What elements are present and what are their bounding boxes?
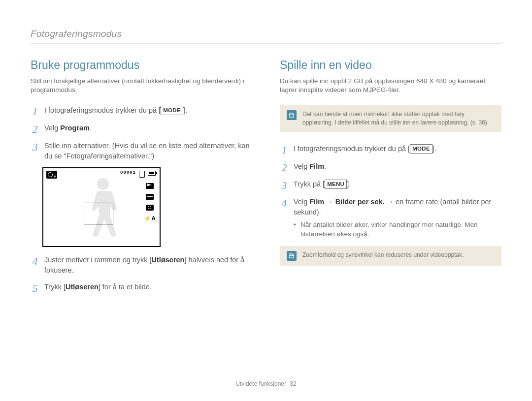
note-text: Zoomforhold og synsvinkel kan reduseres … (302, 251, 464, 259)
mode-icon (46, 171, 57, 179)
step-3: 3 Trykk på [MENU]. (280, 179, 501, 191)
camera-preview-illustration: 00001 ⚡A (42, 167, 161, 247)
footer-label: Utvidete funksjoner (235, 380, 286, 387)
step-4: 4 Juster motivet i rammen og trykk [Utlø… (31, 255, 252, 276)
step-body: Velg Film. (294, 161, 326, 172)
mode-badge: MODE (161, 106, 183, 115)
left-column: Bruke programmodus Still inn forskjellig… (31, 59, 252, 300)
section-header: Fotograferingsmodus (31, 29, 501, 44)
left-steps: 1 I fotograferingsmodus trykker du på [M… (31, 105, 252, 161)
resolution-icon (146, 183, 154, 189)
note-text: Det kan hende at noen minnekort ikke stø… (302, 110, 495, 127)
note-box: Zoomforhold og synsvinkel kan reduseres … (280, 246, 501, 266)
step-4: 4 Velg Film → Bilder per sek. → en frame… (280, 197, 501, 239)
step-body: Trykk [Utløseren] for å ta et bilde. (44, 282, 152, 292)
right-intro: Du kan spille inn opptil 2 GB på oppløsn… (280, 77, 501, 94)
step-number: 2 (280, 161, 289, 173)
step-number: 1 (31, 105, 39, 117)
left-intro: Still inn forskjellige alternativer (unn… (31, 77, 252, 94)
step-body: I fotograferingsmodus trykker du på [MOD… (44, 105, 187, 116)
step-2: 2 Velg Program. (31, 123, 252, 135)
step-number: 4 (31, 255, 39, 267)
note-icon (287, 110, 297, 120)
note-box: Det kan hende at noen minnekort ikke stø… (280, 105, 501, 132)
preview-side-icons: ⚡A (144, 183, 156, 221)
page-footer: Utvidete funksjoner 32 (0, 380, 532, 387)
step-2: 2 Velg Film. (280, 161, 501, 173)
step-body: Trykk på [MENU]. (294, 179, 351, 189)
manual-page: Fotograferingsmodus Bruke programmodus S… (0, 0, 532, 300)
left-steps-cont: 4 Juster motivet i rammen og trykk [Utlø… (31, 255, 252, 293)
shot-counter: 00001 (120, 170, 136, 175)
step-number: 3 (31, 141, 39, 153)
flash-auto-icon: ⚡A (144, 216, 156, 221)
right-title: Spille inn en video (280, 59, 501, 72)
step-number: 3 (280, 179, 289, 191)
note-icon (287, 251, 297, 261)
right-steps: 1 I fotograferingsmodus trykker du på [M… (280, 144, 501, 239)
step-body: I fotograferingsmodus trykker du på [MOD… (294, 144, 436, 154)
quality-icon (146, 194, 154, 200)
step-1: 1 I fotograferingsmodus trykker du på [M… (31, 105, 252, 117)
step-number: 2 (31, 123, 39, 135)
step-5: 5 Trykk [Utløseren] for å ta et bilde. (31, 282, 252, 294)
page-number: 32 (290, 380, 296, 387)
left-title: Bruke programmodus (31, 59, 252, 72)
mode-badge: MODE (410, 144, 432, 154)
step-1: 1 I fotograferingsmodus trykker du på [M… (280, 144, 501, 155)
step-body: Juster motivet i rammen og trykk [Utløse… (44, 255, 252, 276)
focus-frame (84, 203, 113, 224)
menu-badge: MENU (325, 180, 347, 189)
step-body: Velg Program. (44, 123, 92, 133)
step-bullets: Når antallet bilder øker, virker handlin… (294, 220, 501, 239)
step-body: Stille inn alternativer. (Hvis du vil se… (44, 141, 252, 161)
sd-card-icon (139, 171, 145, 178)
battery-icon (148, 171, 156, 176)
bullet-item: Når antallet bilder øker, virker handlin… (294, 220, 501, 239)
face-detect-icon (146, 205, 154, 211)
step-number: 5 (31, 282, 39, 294)
right-column: Spille inn en video Du kan spille inn op… (280, 59, 501, 300)
step-body: Velg Film → Bilder per sek. → en frame r… (294, 197, 501, 239)
step-number: 1 (280, 144, 289, 155)
step-number: 4 (280, 197, 289, 209)
content-columns: Bruke programmodus Still inn forskjellig… (31, 59, 501, 300)
step-3: 3 Stille inn alternativer. (Hvis du vil … (31, 141, 252, 161)
